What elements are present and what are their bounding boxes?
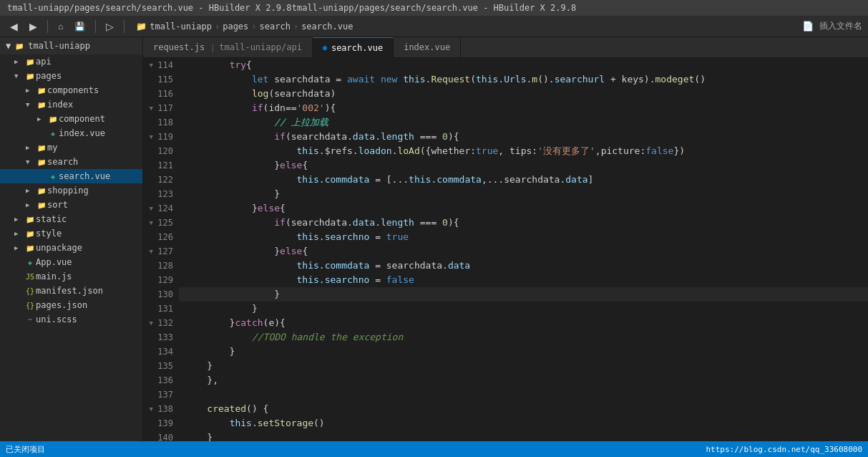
tab-search-vue[interactable]: ● search.vue — [313, 37, 394, 57]
fold-button[interactable]: ▼ — [147, 62, 155, 69]
fold-button[interactable]: ▼ — [147, 219, 155, 226]
sidebar-root-label: tmall-uniapp — [28, 41, 90, 51]
back-button[interactable]: ◀ — [6, 19, 22, 34]
tab-request[interactable]: request.js | tmall-uniapp/api — [143, 37, 313, 57]
sidebar-item-search[interactable]: ▼ 📁 search — [0, 155, 142, 169]
chevron-icon: ▶ — [14, 244, 24, 251]
sidebar-item-sort[interactable]: ▶ 📁 sort — [0, 198, 142, 212]
sidebar-item-components[interactable]: ▶ 📁 components — [0, 83, 142, 97]
sidebar-item-label: uni.scss — [36, 314, 142, 324]
sidebar-item-label: static — [36, 214, 142, 224]
line-num-123: 123 — [146, 187, 173, 201]
sidebar-item-static[interactable]: ▶ 📁 static — [0, 212, 142, 226]
sidebar-item-uni-scss[interactable]: ~ uni.scss — [0, 312, 142, 327]
sidebar-item-label: api — [36, 57, 142, 67]
forward-button[interactable]: ▶ — [25, 19, 42, 34]
chevron-icon: ▶ — [26, 201, 36, 208]
chevron-icon: ▶ — [37, 115, 47, 122]
vue-icon: ◈ — [47, 170, 59, 182]
line-num-134: 134 — [146, 345, 173, 359]
breadcrumb-file[interactable]: search.vue — [301, 21, 353, 32]
code-line-119: if(searchdata.data.length === 0){ — [179, 130, 868, 144]
folder-icon: 📁 — [24, 213, 36, 225]
sidebar-item-my[interactable]: ▶ 📁 my — [0, 140, 142, 155]
sidebar-item-label: pages.json — [36, 300, 142, 310]
code-line-134: } — [179, 345, 868, 359]
sidebar-root[interactable]: ▼ 📁 tmall-uniapp — [0, 37, 142, 54]
scss-icon: ~ — [24, 314, 36, 325]
breadcrumb-search[interactable]: search — [260, 21, 291, 32]
title-bar: tmall-uniapp/pages/search/search.vue - H… — [0, 0, 868, 16]
sidebar-item-index[interactable]: ▼ 📁 index — [0, 97, 142, 112]
code-line-131: } — [179, 302, 868, 316]
fold-button[interactable]: ▼ — [147, 248, 155, 255]
folder-icon: 📁 — [24, 228, 36, 239]
fold-button[interactable]: ▼ — [147, 133, 155, 140]
sidebar-item-shopping[interactable]: ▶ 📁 shopping — [0, 183, 142, 198]
sidebar-item-label: App.vue — [36, 257, 142, 267]
sidebar-item-label: style — [36, 228, 142, 239]
code-line-127: }else{ — [179, 244, 868, 259]
chevron-icon: ▶ — [26, 187, 36, 194]
line-numbers: ▼ 114 115 116 ▼ 117 118 ▼ 119 — [143, 58, 179, 441]
line-num-117: ▼ 117 — [146, 101, 173, 115]
code-line-123: } — [179, 187, 868, 201]
main-area: ▼ 📁 tmall-uniapp ▶ 📁 api ▼ 📁 pages ▶ 📁 c… — [0, 37, 868, 441]
line-num-114: ▼ 114 — [146, 58, 173, 72]
sidebar-item-style[interactable]: ▶ 📁 style — [0, 226, 142, 241]
breadcrumb-project[interactable]: tmall-uniapp — [150, 21, 212, 32]
fold-button[interactable]: ▼ — [147, 205, 155, 212]
toolbar: ◀ ▶ ⌂ 💾 ▷ 📁 tmall-uniapp › pages › searc… — [0, 16, 868, 37]
sidebar-item-label: components — [47, 85, 142, 95]
tab-index-vue[interactable]: index.vue — [394, 37, 461, 57]
breadcrumb-icon: 📁 — [136, 21, 147, 32]
home-button[interactable]: ⌂ — [54, 20, 67, 33]
line-num-121: 121 — [146, 158, 173, 173]
sidebar-item-search-vue[interactable]: ◈ search.vue — [0, 169, 142, 183]
fold-button[interactable]: ▼ — [147, 105, 155, 112]
line-num-126: 126 — [146, 230, 173, 244]
code-line-128: this.commdata = searchdata.data — [179, 259, 868, 273]
run-button[interactable]: ▷ — [102, 19, 118, 34]
folder-icon: 📁 — [24, 56, 36, 67]
code-lines[interactable]: try{ let searchdata = await new this.Req… — [179, 58, 868, 441]
sidebar-item-component[interactable]: ▶ 📁 component — [0, 112, 142, 126]
sidebar-item-unpackage[interactable]: ▶ 📁 unpackage — [0, 241, 142, 255]
code-line-140: } — [179, 430, 868, 441]
file-icon: 📄 — [802, 21, 814, 32]
sidebar-item-index-vue[interactable]: ◈ index.vue — [0, 126, 142, 140]
breadcrumb-pages[interactable]: pages — [223, 21, 248, 32]
fold-button[interactable]: ▼ — [147, 405, 155, 413]
sidebar-item-manifest[interactable]: {} manifest.json — [0, 284, 142, 298]
save-button[interactable]: 💾 — [70, 20, 89, 33]
sidebar-item-label: manifest.json — [36, 286, 142, 296]
chevron-icon: ▼ — [26, 101, 36, 108]
folder-icon: 📁 — [36, 156, 47, 168]
sidebar-item-pages[interactable]: ▼ 📁 pages — [0, 69, 142, 83]
sidebar-item-main-js[interactable]: JS main.js — [0, 269, 142, 284]
code-line-139: this.setStorage() — [179, 416, 868, 430]
folder-icon: 📁 — [24, 242, 36, 254]
sidebar-item-api[interactable]: ▶ 📁 api — [0, 54, 142, 69]
sidebar: ▼ 📁 tmall-uniapp ▶ 📁 api ▼ 📁 pages ▶ 📁 c… — [0, 37, 143, 441]
line-num-129: 129 — [146, 273, 173, 287]
line-num-136: 136 — [146, 373, 173, 388]
tab-label: index.vue — [404, 42, 450, 52]
status-left: 已关闭项目 — [6, 444, 45, 455]
vue-icon: ◈ — [24, 256, 36, 268]
line-num-137: 137 — [146, 388, 173, 402]
line-num-122: 122 — [146, 173, 173, 187]
sidebar-item-app-vue[interactable]: ◈ App.vue — [0, 255, 142, 269]
chevron-icon: ▶ — [14, 230, 24, 237]
line-num-132: ▼ 132 — [146, 316, 173, 330]
sidebar-root-icon: 📁 — [14, 40, 25, 52]
sidebar-item-label: main.js — [36, 271, 142, 282]
insert-file-button[interactable]: 插入文件名 — [819, 20, 862, 32]
code-line-138: created() { — [179, 402, 868, 416]
sidebar-item-label: component — [59, 114, 142, 124]
toolbar-divider-3 — [124, 20, 125, 33]
fold-button[interactable]: ▼ — [147, 319, 155, 327]
modified-dot: ● — [323, 44, 327, 52]
sidebar-item-pages-json[interactable]: {} pages.json — [0, 298, 142, 312]
line-num-118: 118 — [146, 115, 173, 130]
